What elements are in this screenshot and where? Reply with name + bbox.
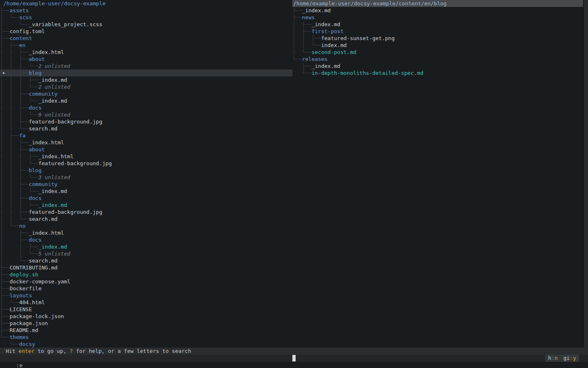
tree-branch-lines: ├── <box>0 278 9 285</box>
tree-row[interactable]: └──themes <box>0 334 292 341</box>
tree-row[interactable]: │ │ ├──about <box>0 146 292 153</box>
tree-row[interactable]: └──in-depth-monoliths-detailed-spec.md <box>292 70 588 76</box>
tree-row[interactable]: │ │ ├──docs <box>0 104 292 111</box>
tree-row[interactable]: │ │ ├──featured-background.jpg <box>0 118 292 125</box>
tree-row[interactable]: │ │ │ └──_index.md <box>0 97 292 104</box>
tree-row[interactable]: └──docsy <box>0 341 292 348</box>
left-panel-path-header[interactable]: /home/example-user/docsy-example <box>0 0 292 7</box>
entry-name: featured-sunset-get.png <box>321 35 394 41</box>
tree-row[interactable]: │ │ │ └──2 unlisted <box>0 63 292 70</box>
command-input-bar[interactable]: :e h:ngi:y <box>0 355 588 362</box>
entry-name: _index.md <box>312 21 340 27</box>
tree-row[interactable]: │ │ └──index.md <box>292 42 588 49</box>
tree-branch-lines: ├── <box>292 7 302 13</box>
tree-row[interactable]: │ │ ├──community <box>0 90 292 97</box>
entry-name: news <box>302 14 314 20</box>
unlisted-count: 9 unlisted <box>38 112 70 118</box>
entry-name: _index.html <box>29 230 64 236</box>
tree-row[interactable]: ├──CONTRIBUTING.md <box>0 264 292 271</box>
tree-branch-lines: ├── <box>292 63 312 69</box>
tree-row[interactable]: │ └──no <box>0 222 292 229</box>
tree-branch-lines: ├── <box>0 306 9 312</box>
tree-branch-lines: └── <box>0 341 19 347</box>
status-bar: Hit enter to go up, ? for help, or a few… <box>0 348 588 355</box>
tree-row[interactable]: │ │ │ └──_index.md <box>0 188 292 195</box>
tree-row[interactable]: │ │ ├──community <box>0 181 292 188</box>
tree-row[interactable]: ▶│ │ ├──blog <box>0 70 292 76</box>
tree-row[interactable]: ├──docker-compose.yaml <box>0 278 292 285</box>
tree-row[interactable]: │ └──second-post.md <box>292 49 588 56</box>
tree-row[interactable]: └──releases <box>292 56 588 63</box>
tree-row[interactable]: │ │ ├──_index.html <box>0 139 292 146</box>
flag-label: h <box>548 355 551 361</box>
tree-row[interactable]: ├──config.toml <box>0 28 292 35</box>
tree-row[interactable]: ├──package-lock.json <box>0 313 292 320</box>
tree-row[interactable]: │ ├──docs <box>0 236 292 243</box>
right-panel-path-header[interactable]: /home/example-user/docsy-example/content… <box>292 0 583 7</box>
tree-row[interactable]: │ │ │ └──3 unlisted <box>0 174 292 181</box>
tree-row[interactable]: │ │ ├──_index.html <box>0 49 292 56</box>
entry-name: search.md <box>29 126 57 132</box>
tree-row[interactable]: │ │ └──5 unlisted <box>0 250 292 257</box>
tree-row[interactable]: │ ├──first-post <box>292 28 588 35</box>
tree-row[interactable]: ├──package.json <box>0 320 292 327</box>
tree-branch-lines: ├── <box>0 313 9 319</box>
tree-branch-lines: │ │ ├── <box>0 167 29 173</box>
tree-row[interactable]: │ │ │ └──9 unlisted <box>0 111 292 118</box>
entry-name: index.md <box>321 42 347 48</box>
status-text: to go up, <box>34 348 69 354</box>
left-tree-panel: /home/example-user/docsy-example ├──asse… <box>0 0 292 348</box>
tree-row[interactable]: │ └──scss <box>0 14 292 21</box>
tree-row[interactable]: │ │ │ └──_index.md <box>0 202 292 209</box>
command-input-value[interactable]: :e <box>13 362 22 368</box>
tree-row[interactable]: ├──_index.md <box>292 63 588 70</box>
flag-colon: : <box>570 355 573 361</box>
entry-name: docs <box>29 105 41 111</box>
tree-row[interactable]: ├──assets <box>0 7 292 14</box>
tree-row[interactable]: │ │ └──search.md <box>0 125 292 132</box>
tree-row[interactable]: │ │ ├──featured-sunset-get.png <box>292 35 588 42</box>
tree-row[interactable]: │ │ ├──featured-background.jpg <box>0 209 292 215</box>
entry-name: in-depth-monoliths-detailed-spec.md <box>312 70 423 76</box>
tree-row[interactable]: ├──Dockerfile <box>0 285 292 292</box>
tree-row[interactable]: ├──deploy.sh <box>0 271 292 278</box>
tree-row[interactable]: │ │ ├──about <box>0 56 292 63</box>
tree-row[interactable]: ├──README.md <box>0 327 292 334</box>
tree-row[interactable]: │ ├──fa <box>0 132 292 139</box>
tree-row[interactable]: │ ├──_index.md <box>292 21 588 28</box>
selection-arrow-icon: ▶ <box>3 70 5 76</box>
tree-branch-lines: │ │ │ └── <box>0 202 38 208</box>
tree-row[interactable]: │ │ │ └──2 unlisted <box>0 83 292 90</box>
tree-row[interactable]: │ │ │ └──featured-background.jpg <box>0 160 292 167</box>
tree-branch-lines: │ │ │ ├── <box>0 77 38 83</box>
entry-name: layouts <box>9 292 32 298</box>
unlisted-count: 2 unlisted <box>38 84 70 90</box>
entry-name: package.json <box>9 320 48 326</box>
tree-row[interactable]: ├──layouts <box>0 292 292 299</box>
tree-row[interactable]: │ ├──en <box>0 42 292 49</box>
tree-row[interactable]: │ │ └──search.md <box>0 215 292 222</box>
tree-branch-lines: │ ├── <box>0 42 19 48</box>
tree-row[interactable]: ├──news <box>292 14 588 21</box>
tree-row[interactable]: │ ├──_index.html <box>0 229 292 236</box>
tree-row[interactable]: │ │ ├──_index.md <box>0 243 292 250</box>
bottom-margin <box>0 362 588 368</box>
tree-branch-lines: │ │ └── <box>0 126 29 132</box>
entry-name: assets <box>9 7 29 13</box>
scrollbar-track[interactable] <box>583 0 588 348</box>
tree-row[interactable]: │ │ ├──blog <box>0 167 292 174</box>
flag-label: gi <box>564 355 570 361</box>
tree-row[interactable]: │ └──404.html <box>0 299 292 306</box>
tree-branch-lines: │ │ │ ├── <box>0 153 38 159</box>
tree-row[interactable]: ├──LICENSE <box>0 306 292 313</box>
tree-row[interactable]: ├──_index.md <box>292 7 588 14</box>
tree-row[interactable]: │ │ │ ├──_index.md <box>0 76 292 83</box>
tree-row[interactable]: │ └──_variables_project.scss <box>0 21 292 28</box>
tree-row[interactable]: ├──content <box>0 35 292 42</box>
tree-row[interactable]: │ │ │ ├──_index.html <box>0 153 292 160</box>
tree-row[interactable]: │ │ ├──docs <box>0 195 292 202</box>
tree-row[interactable]: │ └──search.md <box>0 257 292 264</box>
entry-name: Dockerfile <box>9 285 41 292</box>
tree-branch-lines: ├── <box>0 320 9 326</box>
tree-branch-lines: │ ├── <box>0 132 19 139</box>
